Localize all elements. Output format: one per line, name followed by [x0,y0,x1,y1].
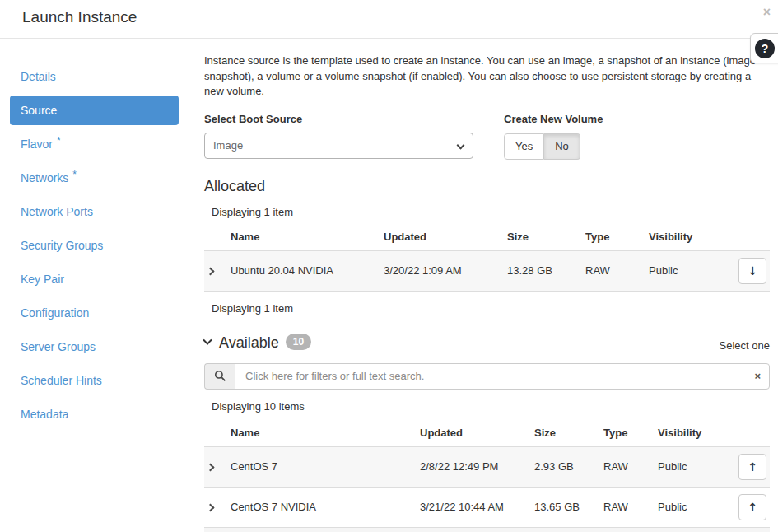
table-row: Ubuntu 20.04 NVIDIA 3/20/22 1:09 AM 13.2… [204,250,770,291]
available-table: Name Updated Size Type Visibility CentOS… [204,419,770,528]
sidebar-item-flavor[interactable]: Flavor* [10,129,179,159]
volume-no-button[interactable]: No [544,133,580,160]
dialog-title: Launch Instance [22,8,137,26]
cell-type: RAW [582,250,645,291]
close-icon[interactable]: × [763,6,771,19]
boot-source-select-wrap: Image [204,133,473,159]
sidebar-item-label: Source [21,104,57,117]
col-actions [735,223,770,251]
sidebar-item-label: Network Ports [21,205,93,218]
available-count-badge: 10 [286,334,311,350]
cell-size: 13.65 GB [531,487,600,527]
search-icon [204,363,235,390]
col-visibility: Visibility [655,419,735,447]
arrow-up-icon: ↑ [748,460,757,474]
allocated-heading: Allocated [204,178,770,195]
allocate-button[interactable]: ↑ [738,454,766,480]
cell-size: 13.28 GB [504,250,582,291]
arrow-down-icon: ↓ [748,264,757,278]
expand-row-icon[interactable] [207,464,215,472]
col-expander [204,419,227,447]
required-asterisk: * [72,169,77,180]
next-row-partial [204,528,770,532]
cell-updated: 2/8/22 12:49 PM [417,446,531,487]
col-size: Size [531,419,600,447]
col-updated: Updated [417,419,531,447]
arrow-up-icon: ↑ [748,501,757,514]
collapse-section-icon[interactable] [203,336,212,345]
cell-updated: 3/21/22 10:44 AM [417,487,531,527]
col-name: Name [227,419,417,447]
help-icon: ? [755,39,775,58]
col-updated: Updated [380,223,504,251]
available-count: Displaying 10 items [212,400,770,413]
allocated-table: Name Updated Size Type Visibility Ubuntu… [204,223,770,292]
cell-type: RAW [600,487,655,527]
boot-source-select[interactable]: Image [204,133,473,159]
cell-type: RAW [600,446,655,487]
allocated-count-bottom: Displaying 1 item [212,302,770,315]
cell-name: Ubuntu 20.04 NVIDIA [227,250,380,291]
sidebar-item-label: Flavor [21,138,53,151]
cell-size: 2.93 GB [531,446,600,487]
cell-visibility: Public [655,487,735,527]
sidebar-item-source[interactable]: Source [10,96,179,125]
sidebar-item-label: Details [21,70,56,83]
available-heading: Available [219,334,279,352]
sidebar-item-network-ports[interactable]: Network Ports [10,197,179,226]
allocate-button[interactable]: ↑ [738,494,766,520]
search-bar: × [204,363,770,390]
source-description: Instance source is the template used to … [204,54,770,100]
boot-source-label: Select Boot Source [204,113,504,125]
sidebar-item-label: Networks [21,171,68,184]
sidebar-item-label: Security Groups [21,239,103,252]
sidebar-item-label: Key Pair [21,273,64,286]
dialog-header: Launch Instance × [0,0,778,39]
sidebar-item-label: Scheduler Hints [21,374,102,387]
sidebar-item-metadata[interactable]: Metadata [10,399,179,429]
allocated-count-top: Displaying 1 item [212,206,770,218]
sidebar-item-networks[interactable]: Networks* [10,163,179,193]
table-row: CentOS 7 NVIDIA 3/21/22 10:44 AM 13.65 G… [204,487,770,527]
col-type: Type [582,223,645,251]
sidebar-item-label: Metadata [21,408,68,421]
expand-row-icon[interactable] [207,504,215,512]
col-name: Name [227,223,380,251]
cell-visibility: Public [655,446,735,487]
sidebar-item-security-groups[interactable]: Security Groups [10,231,179,260]
select-one-hint: Select one [720,339,770,352]
create-volume-toggle: Yes No [504,133,580,160]
cell-name: CentOS 7 NVIDIA [227,487,417,527]
sidebar-item-details[interactable]: Details [10,62,179,91]
sidebar-item-scheduler-hints[interactable]: Scheduler Hints [10,366,179,395]
sidebar-item-key-pair[interactable]: Key Pair [10,264,179,294]
sidebar-item-label: Server Groups [21,340,96,353]
required-asterisk: * [57,135,61,147]
cell-name: CentOS 7 [227,446,417,487]
expand-row-icon[interactable] [207,268,215,276]
col-type: Type [600,419,655,447]
cell-updated: 3/20/22 1:09 AM [380,250,504,291]
clear-search-icon[interactable]: × [754,370,761,383]
col-expander [204,223,227,251]
col-actions [735,419,770,447]
volume-yes-button[interactable]: Yes [504,133,544,160]
col-visibility: Visibility [645,223,735,251]
sidebar-item-label: Configuration [21,306,89,320]
cell-visibility: Public [645,250,735,291]
col-size: Size [504,223,582,251]
wizard-nav: Details Source Flavor* Networks* Network… [0,39,204,532]
search-input[interactable] [235,363,770,390]
sidebar-item-configuration[interactable]: Configuration [10,298,179,328]
deallocate-button[interactable]: ↓ [738,258,766,284]
help-button[interactable]: ? [750,33,778,63]
create-volume-label: Create New Volume [504,113,603,125]
sidebar-item-server-groups[interactable]: Server Groups [10,332,179,362]
table-row: CentOS 7 2/8/22 12:49 PM 2.93 GB RAW Pub… [204,446,770,487]
